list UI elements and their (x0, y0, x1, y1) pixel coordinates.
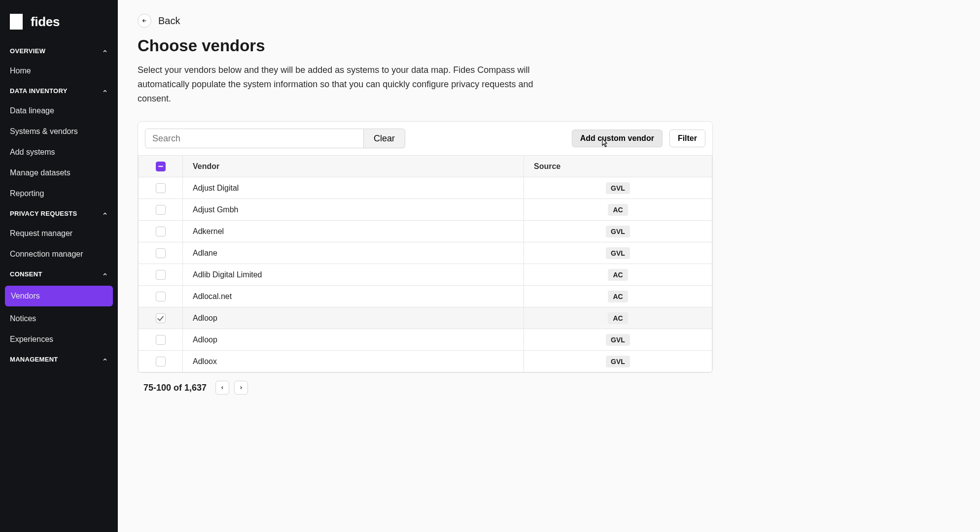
sidebar-item-experiences[interactable]: Experiences (0, 329, 118, 350)
chevron-up-icon (102, 88, 108, 94)
sidebar-item-systems-vendors[interactable]: Systems & vendors (0, 121, 118, 142)
page-title: Choose vendors (138, 36, 960, 55)
table-row[interactable]: AdlaneGVL (139, 242, 712, 264)
chevron-left-icon (220, 385, 225, 390)
row-checkbox[interactable] (156, 313, 166, 323)
vendor-cell: Adjust Gmbh (183, 199, 524, 221)
nav-section-header[interactable]: CONSENT (0, 265, 118, 284)
row-checkbox[interactable] (156, 357, 166, 366)
table-row[interactable]: AdloopAC (139, 307, 712, 329)
source-badge: AC (608, 291, 628, 302)
source-cell: GVL (524, 242, 712, 264)
nav-section-label: DATA INVENTORY (10, 87, 68, 95)
nav-section-label: MANAGEMENT (10, 356, 58, 363)
back-label: Back (158, 15, 180, 27)
vendor-cell: Adjust Digital (183, 177, 524, 199)
sidebar: fides OVERVIEWHomeDATA INVENTORYData lin… (0, 0, 118, 532)
nav-section-header[interactable]: MANAGEMENT (0, 350, 118, 369)
sidebar-item-home[interactable]: Home (0, 61, 118, 81)
vendor-cell: Adloop (183, 307, 524, 329)
row-checkbox[interactable] (156, 248, 166, 258)
vendor-panel: Clear Add custom vendor Filter Vendor So… (138, 121, 713, 373)
nav-section-label: CONSENT (10, 270, 42, 278)
source-cell: GVL (524, 351, 712, 372)
vendor-cell: Adlane (183, 242, 524, 264)
sidebar-item-manage-datasets[interactable]: Manage datasets (0, 163, 118, 183)
source-badge: GVL (606, 226, 630, 237)
prev-page-button[interactable] (215, 381, 229, 395)
source-cell: GVL (524, 177, 712, 199)
nav-section-header[interactable]: PRIVACY REQUESTS (0, 204, 118, 223)
sidebar-item-add-systems[interactable]: Add systems (0, 142, 118, 163)
nav-section-label: OVERVIEW (10, 47, 45, 55)
source-cell: GVL (524, 221, 712, 242)
pagination: 75-100 of 1,637 (138, 373, 960, 397)
row-checkbox[interactable] (156, 292, 166, 301)
table-row[interactable]: AdkernelGVL (139, 221, 712, 242)
row-checkbox[interactable] (156, 227, 166, 236)
chevron-up-icon (102, 357, 108, 363)
nav-section-header[interactable]: DATA INVENTORY (0, 81, 118, 100)
table-row[interactable]: Adjust GmbhAC (139, 199, 712, 221)
source-cell: AC (524, 286, 712, 307)
sidebar-item-request-manager[interactable]: Request manager (0, 223, 118, 244)
source-badge: GVL (606, 334, 630, 346)
vendor-table: Vendor Source Adjust DigitalGVLAdjust Gm… (138, 155, 712, 372)
vendor-cell: Adlocal.net (183, 286, 524, 307)
brand-logo[interactable]: fides (0, 8, 118, 41)
source-badge: GVL (606, 182, 630, 194)
vendor-cell: Adloox (183, 351, 524, 372)
vendor-cell: Adkernel (183, 221, 524, 242)
source-badge: GVL (606, 247, 630, 259)
source-cell: AC (524, 199, 712, 221)
nav-section-header[interactable]: OVERVIEW (0, 41, 118, 61)
row-checkbox[interactable] (156, 183, 166, 193)
clear-button[interactable]: Clear (364, 129, 405, 148)
main-content: Back Choose vendors Select your vendors … (118, 0, 980, 532)
filter-button[interactable]: Filter (669, 130, 705, 147)
source-cell: GVL (524, 329, 712, 351)
chevron-up-icon (102, 271, 108, 277)
chevron-right-icon (239, 385, 244, 390)
add-custom-vendor-button[interactable]: Add custom vendor (572, 130, 663, 147)
pagination-range: 75-100 of 1,637 (143, 383, 207, 393)
sidebar-item-notices[interactable]: Notices (0, 308, 118, 329)
search-group: Clear (145, 129, 405, 148)
row-checkbox[interactable] (156, 270, 166, 280)
column-header-source[interactable]: Source (524, 156, 712, 177)
logo-icon (10, 14, 26, 30)
table-row[interactable]: AdlooxGVL (139, 351, 712, 372)
row-checkbox[interactable] (156, 335, 166, 345)
source-badge: AC (608, 269, 628, 281)
source-badge: AC (608, 204, 628, 216)
table-row[interactable]: Adjust DigitalGVL (139, 177, 712, 199)
source-badge: GVL (606, 356, 630, 367)
source-cell: AC (524, 307, 712, 329)
table-row[interactable]: Adlocal.netAC (139, 286, 712, 307)
chevron-up-icon (102, 211, 108, 217)
column-header-vendor[interactable]: Vendor (183, 156, 524, 177)
chevron-up-icon (102, 48, 108, 54)
source-badge: AC (608, 312, 628, 324)
vendor-cell: Adloop (183, 329, 524, 351)
panel-toolbar: Clear Add custom vendor Filter (138, 122, 712, 155)
search-input[interactable] (145, 129, 364, 148)
arrow-left-icon (138, 14, 151, 28)
vendor-cell: Adlib Digital Limited (183, 264, 524, 286)
table-row[interactable]: AdloopGVL (139, 329, 712, 351)
back-button[interactable]: Back (138, 14, 180, 28)
page-description: Select your vendors below and they will … (138, 63, 552, 105)
select-all-checkbox[interactable] (156, 162, 166, 171)
nav-section-label: PRIVACY REQUESTS (10, 210, 77, 217)
source-cell: AC (524, 264, 712, 286)
sidebar-item-data-lineage[interactable]: Data lineage (0, 100, 118, 121)
brand-name: fides (31, 14, 60, 30)
sidebar-item-vendors[interactable]: Vendors (5, 286, 113, 306)
row-checkbox[interactable] (156, 205, 166, 215)
next-page-button[interactable] (234, 381, 248, 395)
table-row[interactable]: Adlib Digital LimitedAC (139, 264, 712, 286)
sidebar-item-reporting[interactable]: Reporting (0, 183, 118, 204)
sidebar-item-connection-manager[interactable]: Connection manager (0, 244, 118, 265)
